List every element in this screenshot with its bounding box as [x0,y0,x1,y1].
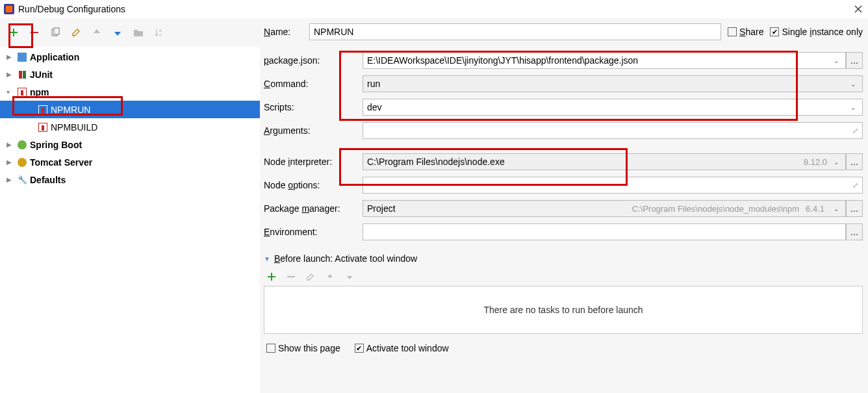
arguments-label: Arguments: [264,125,363,136]
chevron-down-icon: ▾ [6,88,14,95]
tree-label: JUnit [30,70,53,80]
expand-icon[interactable]: ⤢ [852,127,858,135]
name-input[interactable] [309,23,721,40]
single-instance-checkbox[interactable]: ✔ Single instance only [770,27,863,37]
checkbox-checked-icon: ✔ [355,344,364,353]
arguments-input[interactable]: ⤢ [363,122,863,139]
before-launch-section: ▼ Before launch: Activate tool window Th… [264,253,863,353]
browse-node-button[interactable]: … [846,153,863,170]
window-title: Run/Debug Configurations [18,4,852,14]
expand-icon[interactable]: ⤢ [852,181,858,190]
svg-text:z: z [159,32,162,37]
tree-label: npm [30,87,49,97]
titlebar: Run/Debug Configurations [0,0,868,18]
node-interpreter-select[interactable]: C:\Program Files\nodejs\node.exe 8.12.0⌄ [363,153,846,170]
task-down-button[interactable] [344,272,355,282]
browse-package-json-button[interactable]: … [846,52,863,69]
checkbox-unchecked-icon [728,27,737,36]
single-instance-label: Single instance only [782,27,863,37]
node-interpreter-label: Node interpreter: [264,157,363,167]
main-split: az ▶ Application ▶ JUnit ▾ npm NPMRUN [0,18,868,393]
package-manager-label: Package manager: [264,203,363,214]
application-icon [17,52,27,62]
tree-label: NPMBUILD [51,122,97,133]
environment-input[interactable] [363,223,846,240]
browse-pkg-mgr-button[interactable]: … [846,200,863,217]
svg-rect-1 [54,28,59,34]
share-checkbox[interactable]: Share [728,27,763,37]
move-up-button[interactable] [91,27,103,38]
right-panel: Name: Share ✔ Single instance only packa… [260,18,868,393]
collapse-triangle-icon: ▼ [264,255,270,262]
activate-tool-window-checkbox[interactable]: ✔ Activate tool window [355,343,449,353]
npm-icon [38,105,48,115]
sort-button[interactable]: az [153,27,165,38]
app-icon [4,4,14,14]
add-config-button[interactable] [8,27,19,38]
chevron-down-icon: ⌄ [848,81,858,88]
tree-label: Spring Boot [30,140,82,150]
chevron-right-icon: ▶ [6,71,14,78]
share-label: Share [739,27,763,37]
tree-node-tomcat[interactable]: ▶ Tomcat Server [0,153,260,171]
tree-label: Tomcat Server [30,157,92,168]
tree-node-npmrun[interactable]: NPMRUN [0,101,260,118]
before-launch-title: Before launch: Activate tool window [274,253,417,264]
npm-icon [17,87,27,97]
activate-tool-window-label: Activate tool window [366,343,449,353]
move-down-button[interactable] [112,27,123,38]
tree-node-springboot[interactable]: ▶ Spring Boot [0,136,260,153]
chevron-down-icon: ⌄ [831,158,841,166]
add-task-button[interactable] [266,272,277,282]
spring-icon [17,140,27,150]
wrench-icon: 🔧 [17,175,27,185]
scripts-label: Scripts: [264,102,363,112]
name-label: Name: [264,27,303,37]
command-select[interactable]: run⌄ [363,75,863,92]
empty-tasks-text: There are no tasks to run before launch [483,305,643,315]
npm-config-form: package.json: E:\IDEAWorkspace\IDE\jinyi… [264,52,863,240]
edit-task-button[interactable] [305,272,316,282]
chevron-down-icon: ⌄ [831,57,841,64]
node-options-input[interactable]: ⤢ [363,177,863,194]
tree-node-defaults[interactable]: ▶ 🔧 Defaults [0,171,260,188]
config-toolbar: az [0,18,260,47]
before-launch-toolbar [264,268,863,286]
remove-config-button[interactable] [29,27,40,38]
show-this-page-checkbox[interactable]: Show this page [266,343,340,353]
tree-node-npmbuild[interactable]: NPMBUILD [0,118,260,136]
junit-icon [17,70,27,80]
folder-button[interactable] [133,27,144,38]
chevron-right-icon: ▶ [6,176,14,183]
chevron-right-icon: ▶ [6,53,14,60]
name-row: Name: Share ✔ Single instance only [264,23,863,40]
tree-label: Application [30,52,79,62]
node-options-label: Node options: [264,180,363,190]
tomcat-icon [17,157,27,168]
chevron-right-icon: ▶ [6,141,14,148]
browse-env-button[interactable]: … [846,223,863,240]
checkbox-unchecked-icon [266,344,275,353]
before-launch-tasklist[interactable]: There are no tasks to run before launch [264,286,863,334]
left-panel: az ▶ Application ▶ JUnit ▾ npm NPMRUN [0,18,260,393]
copy-config-button[interactable] [49,27,61,38]
chevron-down-icon: ⌄ [848,104,858,111]
remove-task-button[interactable] [286,272,296,282]
tree-node-application[interactable]: ▶ Application [0,48,260,66]
npm-icon [38,122,48,133]
tree-node-npm[interactable]: ▾ npm [0,83,260,101]
chevron-right-icon: ▶ [6,158,14,166]
tree-label: Defaults [30,175,66,185]
scripts-select[interactable]: dev⌄ [363,99,863,116]
checkbox-checked-icon: ✔ [770,27,779,36]
edit-defaults-button[interactable] [70,27,82,38]
command-label: Command: [264,79,363,89]
show-this-page-label: Show this page [278,343,340,353]
package-json-input[interactable]: E:\IDEAWorkspace\IDE\jinyitong\JYT\hisap… [363,52,846,69]
tree-node-junit[interactable]: ▶ JUnit [0,66,260,83]
package-manager-select[interactable]: Project C:\Program Files\nodejs\node_mod… [363,200,846,217]
close-button[interactable] [852,3,864,15]
task-up-button[interactable] [325,272,335,282]
before-launch-header[interactable]: ▼ Before launch: Activate tool window [264,253,863,264]
config-tree[interactable]: ▶ Application ▶ JUnit ▾ npm NPMRUN NPMBU… [0,47,260,393]
